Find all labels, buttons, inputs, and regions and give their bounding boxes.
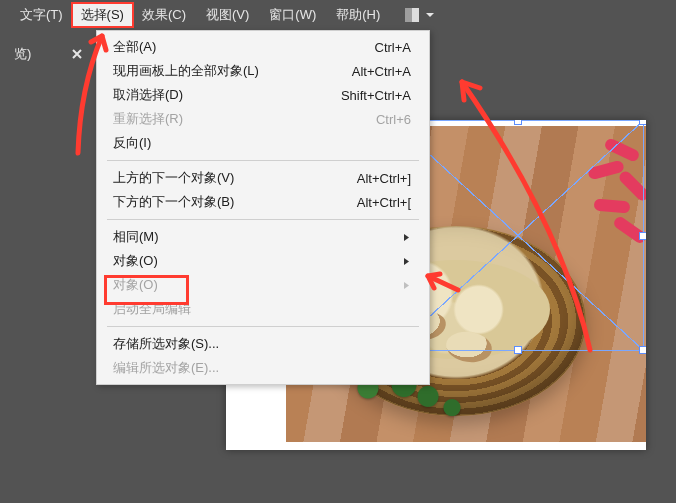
menu-item-next-below[interactable]: 下方的下一个对象(B) Alt+Ctrl+[ bbox=[97, 190, 429, 214]
menu-item-object-highlight[interactable]: 对象(O) bbox=[97, 249, 429, 273]
menu-item-shortcut: Alt+Ctrl+] bbox=[311, 171, 411, 186]
menu-separator bbox=[107, 219, 419, 220]
panel-layout-icon[interactable] bbox=[405, 8, 419, 22]
menu-item-next-above[interactable]: 上方的下一个对象(V) Alt+Ctrl+] bbox=[97, 166, 429, 190]
menu-view[interactable]: 视图(V) bbox=[196, 2, 259, 28]
menu-separator bbox=[107, 326, 419, 327]
menu-item-label: 对象(O) bbox=[113, 252, 158, 270]
menu-item-label: 反向(I) bbox=[113, 134, 151, 152]
menubar: 文字(T) 选择(S) 效果(C) 视图(V) 窗口(W) 帮助(H) bbox=[0, 0, 676, 30]
menu-effect[interactable]: 效果(C) bbox=[132, 2, 196, 28]
menu-item-edit-selection: 编辑所选对象(E)... bbox=[97, 356, 429, 380]
menu-item-inverse[interactable]: 反向(I) bbox=[97, 131, 429, 155]
menu-item-label: 相同(M) bbox=[113, 228, 159, 246]
menu-item-shortcut: Ctrl+A bbox=[311, 40, 411, 55]
submenu-arrow-icon bbox=[311, 230, 411, 245]
menu-separator bbox=[107, 160, 419, 161]
menu-item-same[interactable]: 相同(M) bbox=[97, 225, 429, 249]
close-icon[interactable] bbox=[72, 47, 82, 62]
left-panel-tab[interactable]: 览) bbox=[0, 42, 92, 66]
submenu-arrow-icon bbox=[311, 254, 411, 269]
menu-item-shortcut: Ctrl+6 bbox=[311, 112, 411, 127]
menu-item-reselect: 重新选择(R) Ctrl+6 bbox=[97, 107, 429, 131]
left-panel-label: 览) bbox=[14, 45, 31, 63]
menu-window[interactable]: 窗口(W) bbox=[259, 2, 326, 28]
menu-item-label: 现用画板上的全部对象(L) bbox=[113, 62, 259, 80]
submenu-arrow-icon bbox=[311, 278, 411, 293]
menu-item-object2: 对象(O) bbox=[97, 273, 429, 297]
menu-item-label: 启动全局编辑 bbox=[113, 300, 191, 318]
menu-item-label: 存储所选对象(S)... bbox=[113, 335, 219, 353]
menu-item-save-selection[interactable]: 存储所选对象(S)... bbox=[97, 332, 429, 356]
menu-text[interactable]: 文字(T) bbox=[10, 2, 73, 28]
select-dropdown: 全部(A) Ctrl+A 现用画板上的全部对象(L) Alt+Ctrl+A 取消… bbox=[96, 30, 430, 385]
menu-item-label: 编辑所选对象(E)... bbox=[113, 359, 219, 377]
menu-select[interactable]: 选择(S) bbox=[71, 2, 134, 28]
menu-item-label: 重新选择(R) bbox=[113, 110, 183, 128]
menu-item-artboard-all[interactable]: 现用画板上的全部对象(L) Alt+Ctrl+A bbox=[97, 59, 429, 83]
menu-item-deselect[interactable]: 取消选择(D) Shift+Ctrl+A bbox=[97, 83, 429, 107]
menu-help[interactable]: 帮助(H) bbox=[326, 2, 390, 28]
chevron-down-icon[interactable] bbox=[425, 8, 435, 23]
menu-item-all[interactable]: 全部(A) Ctrl+A bbox=[97, 35, 429, 59]
menu-item-shortcut: Alt+Ctrl+[ bbox=[311, 195, 411, 210]
menu-item-shortcut: Shift+Ctrl+A bbox=[311, 88, 411, 103]
menu-item-label: 下方的下一个对象(B) bbox=[113, 193, 234, 211]
svg-rect-1 bbox=[405, 8, 412, 22]
menu-item-shortcut: Alt+Ctrl+A bbox=[311, 64, 411, 79]
menu-extras bbox=[405, 8, 435, 23]
menu-item-start-global: 启动全局编辑 bbox=[97, 297, 429, 321]
menu-item-label: 全部(A) bbox=[113, 38, 156, 56]
menu-item-label: 取消选择(D) bbox=[113, 86, 183, 104]
menu-item-label: 上方的下一个对象(V) bbox=[113, 169, 234, 187]
menu-item-label: 对象(O) bbox=[113, 276, 158, 294]
